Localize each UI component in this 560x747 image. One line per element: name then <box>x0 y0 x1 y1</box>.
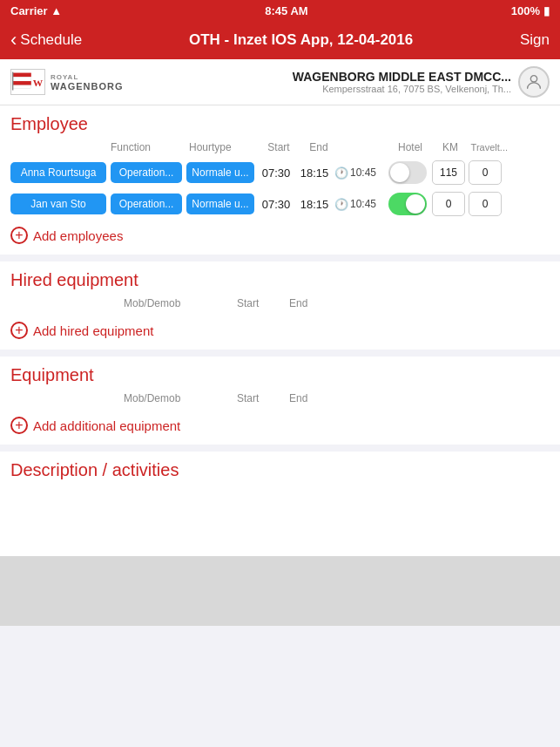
svg-rect-3 <box>13 81 31 85</box>
back-button[interactable]: ‹ Schedule <box>10 29 82 51</box>
equipment-title: Equipment <box>10 365 550 385</box>
km-input-1[interactable] <box>432 160 465 185</box>
col-header-km: KM <box>433 141 468 153</box>
equipment-header: Mob/Demob Start End <box>10 390 550 410</box>
add-equipment-label: Add additional equipment <box>33 418 180 433</box>
hourtype-button-2[interactable]: Normale u... <box>186 194 254 214</box>
add-employees-row[interactable]: + Add employees <box>10 220 550 249</box>
svg-rect-5 <box>12 72 13 91</box>
svg-text:W: W <box>33 78 44 88</box>
svg-rect-4 <box>13 85 31 89</box>
end-time-1[interactable]: 18:15 <box>296 166 333 180</box>
battery-area: 100% ▮ <box>511 4 550 17</box>
col-equip-mob: Mob/Demob <box>124 392 237 404</box>
col-header-travel: Travelt... <box>468 142 508 153</box>
end-time-2[interactable]: 18:15 <box>296 198 333 211</box>
hotel-toggle-2[interactable] <box>388 193 427 215</box>
add-hired-equipment-row[interactable]: + Add hired equipment <box>10 315 550 344</box>
employee-table-header: Function Hourtype Start End Hotel KM Tra… <box>10 139 550 157</box>
add-employees-icon: + <box>10 227 28 244</box>
hired-equipment-title: Hired equipment <box>10 270 550 290</box>
start-time-1[interactable]: 07:30 <box>258 166 294 180</box>
break-time-2: 🕐 10:45 <box>334 198 381 211</box>
status-bar: Carrier ▲ 8:45 AM 100% ▮ <box>0 0 560 21</box>
sign-button[interactable]: Sign <box>520 31 550 49</box>
add-hired-equipment-label: Add hired equipment <box>33 323 153 338</box>
bottom-gray-area <box>0 556 560 626</box>
break-time-1: 🕐 10:45 <box>334 166 381 180</box>
user-avatar[interactable] <box>518 66 550 98</box>
hired-equipment-header: Mob/Demob Start End <box>10 295 550 315</box>
time-label: 8:45 AM <box>265 4 307 17</box>
nav-bar: ‹ Schedule OTH - Inzet IOS App, 12-04-20… <box>0 21 560 59</box>
start-time-2[interactable]: 07:30 <box>258 198 294 211</box>
svg-rect-1 <box>13 73 31 78</box>
company-name: WAGENBORG MIDDLE EAST DMCC... <box>124 70 511 84</box>
km-input-2[interactable] <box>432 192 465 216</box>
hourtype-button-1[interactable]: Normale u... <box>186 162 254 183</box>
toggle-thumb-2 <box>406 194 425 214</box>
add-equipment-icon: + <box>10 417 28 434</box>
function-button-2[interactable]: Operation... <box>111 194 182 214</box>
col-header-end: End <box>299 141 339 153</box>
back-chevron-icon: ‹ <box>10 29 17 51</box>
function-button-1[interactable]: Operation... <box>111 162 182 183</box>
equipment-section: Equipment Mob/Demob Start End + Add addi… <box>0 357 560 452</box>
travel-input-1[interactable] <box>469 160 502 185</box>
svg-rect-2 <box>13 77 31 81</box>
col-header-start: Start <box>259 141 299 153</box>
description-section: Description / activities <box>0 452 560 556</box>
clock-icon-1: 🕐 <box>334 166 348 180</box>
clock-icon-2: 🕐 <box>334 198 348 211</box>
nav-title: OTH - Inzet IOS App, 12-04-2016 <box>189 31 413 49</box>
travel-input-2[interactable] <box>469 192 502 216</box>
col-hired-end: End <box>289 297 341 309</box>
toggle-thumb-1 <box>390 163 409 182</box>
wagenborg-logo: W <box>10 69 45 95</box>
company-info: WAGENBORG MIDDLE EAST DMCC... Kempersstr… <box>124 70 518 94</box>
employee-section: Employee Function Hourtype Start End Hot… <box>0 105 560 261</box>
add-employees-label: Add employees <box>33 228 123 243</box>
employee-name-button-1[interactable]: Anna Rourtsuga <box>10 162 106 183</box>
add-hired-equipment-icon: + <box>10 322 28 339</box>
col-equip-start: Start <box>237 392 289 404</box>
employee-name-button-2[interactable]: Jan van Sto <box>10 194 106 214</box>
col-header-function: Function <box>111 141 189 153</box>
battery-label: 100% <box>511 4 540 17</box>
hotel-toggle-1[interactable] <box>388 161 427 184</box>
col-hired-mob: Mob/Demob <box>124 297 237 309</box>
svg-point-7 <box>530 76 536 82</box>
employee-row: Anna Rourtsuga Operation... Normale u...… <box>10 157 550 188</box>
logo-text-label: ROYAL WAGENBORG <box>51 73 124 92</box>
add-equipment-row[interactable]: + Add additional equipment <box>10 410 550 439</box>
battery-icon: ▮ <box>543 4 550 17</box>
header-section: W ROYAL WAGENBORG WAGENBORG MIDDLE EAST … <box>0 59 560 105</box>
employee-section-title: Employee <box>10 114 550 134</box>
col-hired-start: Start <box>237 297 289 309</box>
logo-area: W ROYAL WAGENBORG <box>10 69 124 95</box>
employee-row-2: Jan van Sto Operation... Normale u... 07… <box>10 188 550 220</box>
col-equip-end: End <box>289 392 341 404</box>
col-header-hourtype: Hourtype <box>189 141 259 153</box>
description-title: Description / activities <box>10 460 550 480</box>
carrier-label: Carrier ▲ <box>10 4 62 17</box>
company-address: Kempersstraat 16, 7075 BS, Velkenonj, Th… <box>124 84 511 94</box>
back-label: Schedule <box>20 31 82 49</box>
col-header-hotel: Hotel <box>388 141 433 153</box>
hired-equipment-section: Hired equipment Mob/Demob Start End + Ad… <box>0 261 560 357</box>
